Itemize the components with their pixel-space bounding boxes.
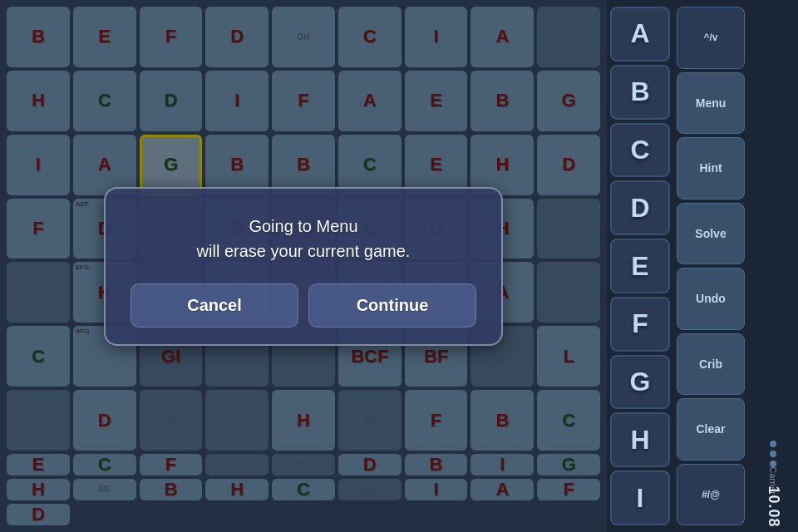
action-btn-undo[interactable]: Undo xyxy=(677,268,745,330)
continue-button[interactable]: Continue xyxy=(308,283,476,328)
score-value: 10.08 xyxy=(764,485,781,527)
letter-btn-a[interactable]: A xyxy=(610,7,670,62)
dialog-box: Going to Menu will erase your current ga… xyxy=(104,187,503,346)
letter-btn-e[interactable]: E xyxy=(610,239,670,293)
action-btn-clear[interactable]: Clear xyxy=(677,398,745,461)
dot-1 xyxy=(770,441,776,447)
action-btn-crib[interactable]: Crib xyxy=(677,333,745,396)
action-btn----[interactable]: #/@ xyxy=(677,464,745,526)
dialog-overlay: Going to Menu will erase your current ga… xyxy=(0,0,607,532)
letter-btn-g[interactable]: G xyxy=(610,355,670,410)
score-column: Carrier 10.08 xyxy=(748,0,798,532)
letter-btn-i[interactable]: I xyxy=(610,470,670,525)
action-column: ^/vMenuHintSolveUndoCribClear#/@ xyxy=(673,0,748,532)
letter-btn-b[interactable]: B xyxy=(610,65,670,120)
cancel-button[interactable]: Cancel xyxy=(131,283,298,328)
dot-2 xyxy=(770,451,776,457)
action-btn---v[interactable]: ^/v xyxy=(677,7,745,69)
letter-column: ABCDEFGHI xyxy=(607,0,673,532)
letter-btn-h[interactable]: H xyxy=(610,412,670,467)
letter-btn-f[interactable]: F xyxy=(610,297,670,352)
letter-btn-d[interactable]: D xyxy=(610,180,670,235)
right-sidebar: ABCDEFGHI ^/vMenuHintSolveUndoCribClear#… xyxy=(607,0,798,532)
dialog-message: Going to Menu will erase your current ga… xyxy=(131,214,476,264)
action-btn-menu[interactable]: Menu xyxy=(677,72,745,135)
action-btn-hint[interactable]: Hint xyxy=(677,137,745,200)
dialog-buttons: Cancel Continue xyxy=(131,283,476,328)
letter-btn-c[interactable]: C xyxy=(610,123,670,178)
action-btn-solve[interactable]: Solve xyxy=(677,203,745,265)
score-dots xyxy=(770,441,776,467)
